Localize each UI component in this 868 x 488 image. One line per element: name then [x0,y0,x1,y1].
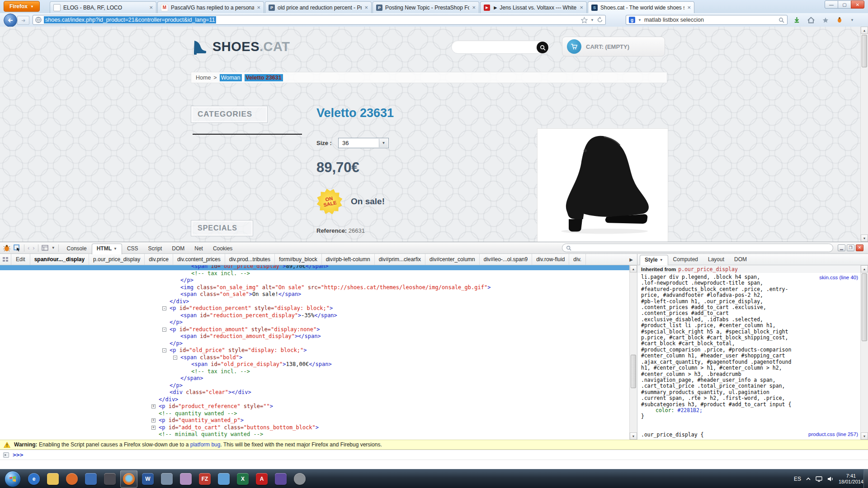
firebug-bug-icon[interactable] [3,244,10,252]
inherited-selector[interactable]: p.our_price_display [678,266,738,272]
network-monitor-icon[interactable] [816,476,822,482]
css-declaration[interactable]: color: #2281B2; [637,408,868,413]
html-tree-line[interactable]: </p> [0,340,629,347]
style-panel-tab-dom[interactable]: DOM [729,254,752,264]
collapse-icon[interactable]: - [162,306,166,310]
dom-path-item[interactable]: p.our_price_display [89,254,145,265]
html-tree-line[interactable]: <div class="clear"></div> [0,389,629,396]
html-tree-line[interactable]: <!-- tax incl. --> [0,270,629,277]
style-panel-tab-style[interactable]: Style▼ [640,255,668,266]
site-logo[interactable]: SHOES.CAT [191,38,290,56]
collapse-icon[interactable]: - [173,356,177,360]
html-tree-line[interactable]: <!-- quantity wanted --> [0,410,629,418]
firefox-menu-button[interactable]: Firefox ▼ [4,1,40,12]
downloads-button[interactable] [792,15,801,24]
tab-close-icon[interactable]: × [472,5,476,10]
scroll-up-icon[interactable]: ▲ [630,265,637,272]
taskbar-app-windows-explorer[interactable] [44,470,61,488]
taskbar-app-media-player[interactable] [63,470,80,488]
firebug-tab-net[interactable]: Net [189,244,208,253]
firebug-tab-script[interactable]: Script [143,244,167,253]
language-indicator[interactable]: ES [794,476,801,482]
html-tree-line[interactable]: </span> [0,375,629,382]
expand-icon[interactable]: + [151,404,156,408]
firebug-detach-button[interactable]: ❐ [847,244,854,251]
taskbar-app-paint[interactable] [177,470,194,488]
home-button[interactable] [807,15,816,24]
expand-icon[interactable]: + [151,426,156,430]
taskbar-app-app-blue[interactable] [82,470,99,488]
browser-tab[interactable]: PascalVG has replied to a personal co...… [157,1,264,13]
html-tree-line[interactable]: <span id="our_price_display">89,70€</spa… [0,265,629,270]
bookmark-star-icon[interactable] [581,17,588,23]
page-scrollbar[interactable]: ▲ ▼ [860,27,868,242]
back-button[interactable] [4,14,17,27]
scroll-up-icon[interactable]: ▲ [861,27,868,34]
dom-path-item[interactable]: div#leo-...ol.span9 [480,254,532,265]
url-text-selected[interactable]: shoes.cat/index.php?id_product=21&contro… [44,16,216,23]
html-tree-line[interactable]: </p> [0,277,629,284]
dom-path-item[interactable]: div#center_column [425,254,480,265]
html-tree-line[interactable]: +<p id="add_to_cart" class="buttons_bott… [0,424,629,432]
bookmarks-menu-button[interactable] [821,15,830,24]
history-forward-icon[interactable]: › [33,244,34,251]
taskbar-app-excel[interactable]: X [234,470,251,488]
dom-path-item[interactable]: form#buy_block [275,254,322,265]
dom-path-item[interactable]: div#pb-left-column [322,254,375,265]
firebug-tab-cookies[interactable]: Cookies [208,244,237,253]
dom-path-item[interactable]: div#prim...clearfix [375,254,425,265]
taskbar-app-internet-explorer[interactable]: e [25,470,42,488]
dom-path-item[interactable]: div.prod...tributes [225,254,275,265]
cart-widget[interactable]: CART: (EMPTY) [562,37,665,56]
html-tree-line[interactable]: -<span class="bold"> [0,354,629,361]
html-tree-line[interactable]: </div> [0,298,629,305]
dom-path-item[interactable]: div. [569,254,586,265]
search-engine-icon[interactable] [629,17,635,23]
next-css-rule[interactable]: .our_price_display { [641,432,703,438]
html-tree-line[interactable]: <!-- minimal quantity wanted --> [0,431,629,438]
css-property-name[interactable]: color: [656,407,675,413]
options-grid-icon[interactable] [2,257,9,262]
scroll-down-icon[interactable]: ▼ [861,432,868,440]
search-engine-dropdown-icon[interactable]: ▼ [638,18,642,22]
firebug-tab-console[interactable]: Console [62,244,92,253]
firebug-search-input[interactable] [574,244,829,252]
scroll-down-icon[interactable]: ▼ [630,432,637,440]
browser-tab[interactable]: ► Jens Lissat vs. Voltaxx --- White Hor.… [480,1,587,13]
style-panel-scrollbar[interactable]: ▲ ▼ [860,265,868,440]
path-overflow-icon[interactable]: ▶ [629,257,635,262]
size-select[interactable]: 36 ▼ [338,138,389,148]
search-icon[interactable] [778,17,784,23]
panel-list-icon[interactable] [42,245,48,251]
taskbar-clock[interactable]: 7:41 18/01/2014 [839,473,863,485]
dom-path-item[interactable]: div.content_prices [173,254,225,265]
close-button[interactable]: ✕ [851,0,864,9]
maximize-button[interactable]: ▢ [838,0,851,9]
style-scrollbar-thumb[interactable] [862,273,867,341]
firebug-toolbar-button[interactable] [835,15,844,24]
tab-close-icon[interactable]: × [580,5,583,10]
site-search-button[interactable] [537,42,548,53]
html-tree-line[interactable]: <img class="on_sale_img" alt="On sale" s… [0,284,629,291]
firebug-close-button[interactable]: ✕ [856,244,863,251]
firebug-minimize-button[interactable]: ▁ [838,244,845,251]
html-tree-line[interactable]: -<p id="old_price" style="display: block… [0,347,629,354]
dom-path-item[interactable]: div.price [145,254,173,265]
html-tree-line[interactable]: </div> [0,396,629,404]
browser-tab[interactable]: Shoes.cat - The world wide shoes store× [588,1,694,13]
minimize-button[interactable]: — [825,0,838,9]
html-tree-line[interactable]: <span id="reduction_amount_display"></sp… [0,333,629,340]
firebug-tab-css[interactable]: CSS [122,244,143,253]
taskbar-app-app-dark[interactable] [101,470,118,488]
taskbar-app-filezilla[interactable]: FZ [196,470,213,488]
firebug-search-box[interactable] [562,244,833,252]
collapse-icon[interactable]: - [162,348,166,352]
css-property-value[interactable]: #2281B2; [677,407,702,413]
dom-path-item[interactable]: div.row-fluid [532,254,569,265]
css-rule-selectors[interactable]: li.pager div p.legend, .block h4 span, .… [637,273,868,408]
html-tree-line[interactable]: </p> [0,319,629,326]
browser-tab[interactable]: Posting New Topic - PrestaShop Foru...× [373,1,479,13]
taskbar-app-word[interactable]: W [139,470,156,488]
style-panel-tab-computed[interactable]: Computed [668,254,703,264]
taskbar-app-firefox[interactable] [120,470,137,488]
